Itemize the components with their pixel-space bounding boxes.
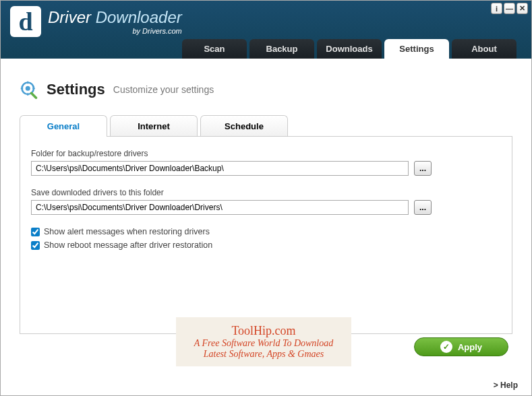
check-icon: ✓	[440, 341, 452, 353]
download-folder-label: Save downloded drivers to this folder	[31, 188, 501, 197]
page-title: Settings	[47, 81, 105, 98]
content-area: Settings Customize your settings General…	[1, 59, 531, 334]
backup-folder-label: Folder for backup/restore drivers	[31, 149, 501, 158]
minimize-button[interactable]: —	[504, 3, 515, 14]
page-header: Settings Customize your settings	[20, 80, 512, 99]
inner-tab-schedule[interactable]: Schedule	[200, 115, 288, 137]
tab-scan[interactable]: Scan	[182, 39, 247, 59]
close-button[interactable]: ✕	[516, 3, 528, 14]
svg-point-1	[26, 86, 30, 91]
download-folder-row: ...	[31, 200, 501, 215]
watermark: ToolHip.com A Free Software World To Dow…	[176, 317, 351, 366]
window-controls: i — ✕	[491, 3, 528, 14]
backup-folder-row: ...	[31, 161, 501, 176]
backup-browse-button[interactable]: ...	[414, 161, 432, 176]
apply-label: Apply	[458, 342, 482, 352]
app-subtitle: by Drivers.com	[48, 27, 182, 35]
backup-folder-input[interactable]	[31, 161, 409, 176]
tab-about[interactable]: About	[452, 39, 516, 59]
app-header: i — ✕ d Driver Downloader by Drivers.com…	[1, 1, 531, 59]
app-title: Driver Downloader	[48, 8, 182, 27]
tab-settings[interactable]: Settings	[384, 39, 449, 59]
reboot-checkbox-row: Show reboot message after driver restora…	[31, 240, 501, 250]
logo-icon: d	[10, 6, 41, 37]
title-driver: Driver	[48, 8, 91, 26]
watermark-line1: A Free Software World To Download	[181, 338, 346, 349]
alert-checkbox-row: Show alert messages when restoring drive…	[31, 227, 501, 236]
download-browse-button[interactable]: ...	[414, 200, 432, 215]
alert-checkbox-label: Show alert messages when restoring drive…	[44, 227, 210, 236]
logo-area: d Driver Downloader by Drivers.com	[1, 1, 531, 42]
gear-icon	[20, 80, 38, 99]
download-folder-input[interactable]	[31, 200, 409, 215]
tab-backup[interactable]: Backup	[249, 39, 314, 59]
reboot-checkbox[interactable]	[31, 241, 40, 250]
page-subtitle: Customize your settings	[113, 84, 214, 95]
settings-panel: Folder for backup/restore drivers ... Sa…	[20, 136, 512, 334]
tab-downloads[interactable]: Downloads	[317, 39, 382, 59]
info-button[interactable]: i	[491, 3, 502, 14]
nav-tabs: Scan Backup Downloads Settings About	[181, 39, 518, 59]
inner-tab-general[interactable]: General	[20, 115, 107, 137]
watermark-title: ToolHip.com	[181, 324, 346, 338]
title-downloader: Downloader	[96, 8, 182, 26]
watermark-line2: Latest Software, Apps & Gmaes	[181, 349, 346, 360]
inner-tabs: General Internet Schedule	[20, 115, 512, 137]
alert-checkbox[interactable]	[31, 228, 40, 236]
inner-tab-internet[interactable]: Internet	[110, 115, 198, 137]
help-link[interactable]: > Help	[494, 381, 518, 390]
reboot-checkbox-label: Show reboot message after driver restora…	[44, 240, 212, 250]
app-title-block: Driver Downloader by Drivers.com	[48, 8, 182, 35]
apply-button[interactable]: ✓ Apply	[414, 337, 508, 356]
app-window: i — ✕ d Driver Downloader by Drivers.com…	[0, 0, 532, 396]
